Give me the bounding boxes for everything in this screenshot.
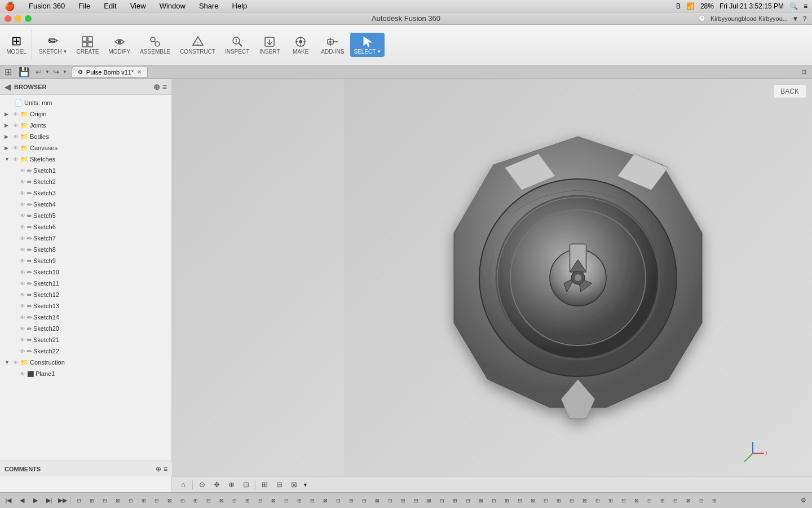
timeline-item-19[interactable]: ⊟ — [306, 494, 319, 507]
toolbar-make[interactable]: MAKE — [286, 33, 315, 57]
timeline-item-25[interactable]: ⊡ — [384, 494, 396, 507]
menu-extras-icon[interactable]: ≡ — [804, 2, 807, 10]
redo-dropdown[interactable]: ▼ — [63, 69, 67, 75]
view-home-button[interactable]: ⌂ — [176, 479, 190, 491]
timeline-item-44[interactable]: ⊠ — [630, 494, 643, 507]
timeline-item-50[interactable]: ⊞ — [708, 494, 721, 507]
tree-item-sketch1[interactable]: 👁 ✏ Sketch1 — [0, 165, 171, 176]
timeline-item-12[interactable]: ⊠ — [215, 494, 228, 507]
timeline-item-34[interactable]: ⊞ — [501, 494, 513, 507]
timeline-item-3[interactable]: ⊟ — [99, 494, 111, 507]
tree-item-sketch3[interactable]: 👁 ✏ Sketch3 — [0, 187, 171, 199]
toolbar-addins[interactable]: ADD-INS — [317, 33, 347, 57]
pan-button[interactable]: ✥ — [210, 479, 223, 491]
toolbar-modify[interactable]: MODIFY — [105, 33, 134, 57]
timeline-item-46[interactable]: ⊞ — [656, 494, 669, 507]
timeline-item-40[interactable]: ⊠ — [579, 494, 591, 507]
timeline-item-6[interactable]: ⊞ — [138, 494, 150, 507]
tree-item-units[interactable]: 📄 Units: mm — [0, 97, 171, 108]
menu-fusion360[interactable]: Fusion 360 — [27, 2, 67, 10]
timeline-item-48[interactable]: ⊠ — [682, 494, 695, 507]
tree-item-origin[interactable]: ▶ 👁 📁 Origin — [0, 108, 171, 120]
tree-item-sketch6[interactable]: 👁 ✏ Sketch6 — [0, 221, 171, 233]
timeline-item-4[interactable]: ⊠ — [112, 494, 124, 507]
tab-close-button[interactable]: ✕ — [137, 69, 142, 75]
tree-item-sketch4[interactable]: 👁 ✏ Sketch4 — [0, 199, 171, 210]
tree-item-sketch22[interactable]: 👁 ✏ Sketch22 — [0, 345, 171, 357]
timeline-item-9[interactable]: ⊡ — [176, 494, 189, 507]
timeline-item-26[interactable]: ⊞ — [397, 494, 409, 507]
timeline-item-23[interactable]: ⊟ — [358, 494, 370, 507]
timeline-item-5[interactable]: ⊡ — [125, 494, 137, 507]
comments-collapse[interactable]: ≡ — [164, 465, 167, 473]
timeline-item-7[interactable]: ⊟ — [151, 494, 163, 507]
zoom-button[interactable]: ⊕ — [224, 479, 238, 491]
menu-window[interactable]: Window — [157, 2, 188, 10]
toolbar-construct[interactable]: CONSTRUCT — [176, 33, 219, 57]
timeline-item-27[interactable]: ⊟ — [410, 494, 422, 507]
grid-button[interactable]: ⊟ — [272, 479, 286, 491]
tree-item-canvases[interactable]: ▶ 👁 📁 Canvases — [0, 142, 171, 154]
timeline-item-32[interactable]: ⊠ — [475, 494, 487, 507]
tree-item-joints[interactable]: ▶ 👁 📁 Joints — [0, 120, 171, 131]
grid-snap-button[interactable]: ⊠ — [287, 479, 301, 491]
timeline-item-10[interactable]: ⊞ — [189, 494, 202, 507]
toolbar-create[interactable]: CREATE — [73, 33, 102, 57]
menu-edit[interactable]: Edit — [102, 2, 118, 10]
timeline-item-39[interactable]: ⊟ — [566, 494, 578, 507]
toolbar-inspect[interactable]: INSPECT — [222, 33, 253, 57]
tree-item-sketch12[interactable]: 👁 ✏ Sketch12 — [0, 289, 171, 300]
sidebar-toggle-icon[interactable]: ⊞ — [2, 67, 14, 77]
timeline-next[interactable]: ▶| — [43, 494, 55, 507]
timeline-item-13[interactable]: ⊡ — [228, 494, 241, 507]
grid-dropdown[interactable]: ▼ — [303, 482, 308, 488]
back-button[interactable]: BACK — [773, 85, 806, 98]
tree-item-sketch10[interactable]: 👁 ✏ Sketch10 — [0, 266, 171, 278]
timeline-item-21[interactable]: ⊡ — [332, 494, 345, 507]
timeline-item-38[interactable]: ⊞ — [553, 494, 565, 507]
timeline-item-8[interactable]: ⊠ — [164, 494, 176, 507]
timeline-item-37[interactable]: ⊡ — [540, 494, 552, 507]
toolbar-sketch-button[interactable]: ✏ SKETCH ▼ — [36, 33, 70, 57]
zoom-fit-button[interactable]: ⊡ — [239, 479, 253, 491]
display-mode-button[interactable]: ⊞ — [258, 479, 271, 491]
timeline-item-18[interactable]: ⊞ — [293, 494, 306, 507]
tree-item-plane1[interactable]: 👁 ⬛ Plane1 — [0, 368, 171, 379]
timeline-item-15[interactable]: ⊟ — [254, 494, 267, 507]
tab-pulse-bomb[interactable]: ⚙ Pulse Bomb v11* ✕ — [72, 67, 148, 78]
toolbar-model-dropdown[interactable]: ⊞ MODEL — [2, 25, 30, 65]
timeline-item-49[interactable]: ⊡ — [695, 494, 708, 507]
close-button[interactable] — [5, 15, 11, 22]
tree-item-sketches[interactable]: ▼ 👁 📁 Sketches — [0, 154, 171, 165]
timeline-start[interactable]: |◀ — [2, 494, 15, 507]
browser-collapse[interactable]: ≡ — [162, 82, 167, 91]
minimize-button[interactable] — [15, 15, 21, 22]
timeline-item-29[interactable]: ⊡ — [436, 494, 448, 507]
timeline-item-24[interactable]: ⊠ — [371, 494, 383, 507]
timeline-settings[interactable]: ⚙ — [797, 494, 810, 507]
maximize-button[interactable] — [25, 15, 32, 22]
menu-file[interactable]: File — [76, 2, 92, 10]
timeline-item-47[interactable]: ⊟ — [669, 494, 682, 507]
browser-settings[interactable]: ⊕ — [153, 82, 160, 91]
timeline-prev[interactable]: ◀ — [16, 494, 28, 507]
menu-help[interactable]: Help — [230, 2, 250, 10]
tree-item-sketch13[interactable]: 👁 ✏ Sketch13 — [0, 300, 171, 312]
user-account[interactable]: Kirbyyoungblood Kirbyyou... — [710, 15, 788, 22]
tree-item-sketch20[interactable]: 👁 ✏ Sketch20 — [0, 323, 171, 334]
timeline-item-2[interactable]: ⊞ — [86, 494, 98, 507]
undo-icon[interactable]: ↩ — [34, 68, 43, 76]
timeline-item-14[interactable]: ⊞ — [241, 494, 254, 507]
timeline-item-22[interactable]: ⊞ — [345, 494, 358, 507]
search-icon[interactable]: 🔍 — [789, 2, 798, 10]
undo-dropdown[interactable]: ▼ — [45, 69, 50, 75]
timeline-item-43[interactable]: ⊟ — [617, 494, 630, 507]
tree-item-sketch8[interactable]: 👁 ✏ Sketch8 — [0, 244, 171, 255]
toolbar-select[interactable]: SELECT ▼ — [350, 33, 385, 57]
timeline-item-11[interactable]: ⊟ — [202, 494, 215, 507]
timeline-item-41[interactable]: ⊡ — [592, 494, 604, 507]
timeline-item-1[interactable]: ⊡ — [73, 494, 85, 507]
menu-share[interactable]: Share — [197, 2, 221, 10]
tree-item-sketch21[interactable]: 👁 ✏ Sketch21 — [0, 334, 171, 345]
tree-item-sketch11[interactable]: 👁 ✏ Sketch11 — [0, 278, 171, 289]
